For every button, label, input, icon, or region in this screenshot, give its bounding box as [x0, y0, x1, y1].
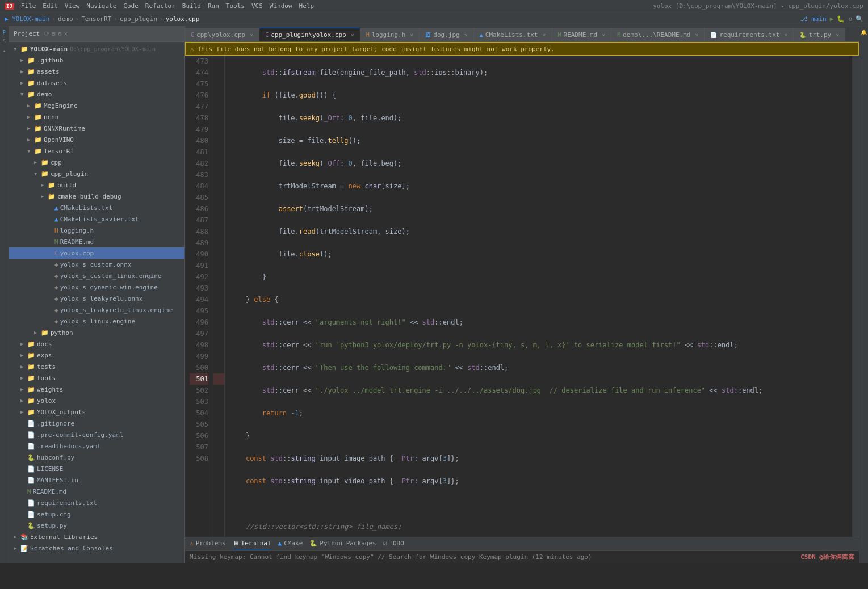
tree-datasets[interactable]: ▶ 📁 datasets [9, 77, 184, 89]
tab-logging[interactable]: H logging.h ✕ [360, 28, 420, 41]
tree-build[interactable]: ▶ 📁 build [9, 179, 184, 191]
menu-view[interactable]: View [65, 2, 80, 10]
tab-close-icon[interactable]: ✕ [784, 32, 787, 38]
tree-logging[interactable]: H logging.h [9, 225, 184, 236]
tree-megengine[interactable]: ▶ 📁 MegEngine [9, 100, 184, 111]
tree-yolox-outputs[interactable]: ▶ 📁 YOLOX_outputs [9, 406, 184, 418]
tab-cmake-bottom[interactable]: ▲ CMake [278, 537, 303, 551]
tree-gitignore[interactable]: 📄 .gitignore [9, 418, 184, 429]
run-button[interactable]: ▶ [830, 15, 834, 23]
tree-onnxruntime[interactable]: ▶ 📁 ONNXRuntime [9, 123, 184, 134]
tree-cpp[interactable]: ▶ 📁 cpp [9, 157, 184, 168]
tab-close-icon[interactable]: ✕ [464, 32, 468, 38]
tree-demo[interactable]: ▼ 📁 demo [9, 89, 184, 100]
code-editor[interactable]: std::ifstream file(engine_file_path, std… [225, 56, 852, 537]
tree-openvino[interactable]: ▶ 📁 OpenVINO [9, 134, 184, 145]
tab-terminal[interactable]: 🖥 Terminal [233, 537, 271, 551]
project-icon[interactable]: P [1, 28, 9, 36]
tree-onnx2[interactable]: ◆ yolox_s_leakyrelu.onnx [9, 293, 184, 304]
collapse-icon[interactable]: ⊟ [52, 30, 56, 37]
code-container[interactable]: 473 474 475 476 477 478 479 480 481 482 … [185, 56, 859, 537]
tab-close-icon[interactable]: ✕ [351, 32, 354, 38]
tree-tensorrt[interactable]: ▼ 📁 TensorRT [9, 145, 184, 157]
tab-cpp-plugin-yolox[interactable]: C cpp_plugin\yolox.cpp ✕ [259, 28, 360, 41]
tree-cmake-build-debug[interactable]: ▶ 📁 cmake-build-debug [9, 191, 184, 202]
tree-setup-cfg[interactable]: 📄 setup.cfg [9, 508, 184, 520]
tree-tests[interactable]: ▶ 📁 tests [9, 361, 184, 372]
menu-refactor[interactable]: Refactor [145, 2, 175, 10]
tab-cpp-yolox[interactable]: C cpp\yolox.cpp ✕ [185, 28, 259, 41]
tree-root[interactable]: ▼ 📁 YOLOX-main D:\cpp_program\YOLOX-main [9, 43, 184, 54]
tree-cmakelists-xavier[interactable]: ▲ CMakeLists_xavier.txt [9, 213, 184, 225]
tab-close-icon[interactable]: ✕ [410, 32, 413, 38]
menu-tools[interactable]: Tools [226, 2, 245, 10]
tab-readme[interactable]: M README.md ✕ [552, 28, 612, 41]
tree-yolox[interactable]: ▶ 📁 yolox [9, 395, 184, 406]
tree-github[interactable]: ▶ 📁 .github [9, 54, 184, 66]
menu-code[interactable]: Code [123, 2, 139, 10]
tree-onnx1[interactable]: ◆ yolox_s_custom.onnx [9, 259, 184, 270]
tree-cmakelists[interactable]: ▲ CMakeLists.txt [9, 202, 184, 213]
tab-requirements[interactable]: 📄 requirements.txt ✕ [705, 28, 794, 41]
tab-problems[interactable]: ⚠ Problems [190, 537, 226, 551]
debug-button[interactable]: 🐛 [837, 15, 845, 23]
breadcrumb-demo[interactable]: demo [58, 15, 73, 23]
tree-external-libs[interactable]: ▶ 📚 External Libraries [9, 531, 184, 542]
tree-weights[interactable]: ▶ 📁 weights [9, 384, 184, 395]
tab-close-icon[interactable]: ✕ [836, 32, 839, 38]
close-icon[interactable]: ✕ [64, 30, 68, 37]
run-config[interactable]: ▶ YOLOX-main [5, 15, 49, 23]
menu-navigate[interactable]: Navigate [86, 2, 116, 10]
menu-build[interactable]: Build [182, 2, 201, 10]
structure-icon[interactable]: S [1, 37, 9, 45]
tree-python[interactable]: ▶ 📁 python [9, 327, 184, 338]
menu-edit[interactable]: Edit [43, 2, 58, 10]
tab-close-icon[interactable]: ✕ [250, 32, 253, 38]
tree-engine2[interactable]: ◆ yolox_s_dynamic_win.engine [9, 281, 184, 293]
tree-assets[interactable]: ▶ 📁 assets [9, 66, 184, 77]
menu-file[interactable]: File [21, 2, 36, 10]
tree-ncnn[interactable]: ▶ 📁 ncnn [9, 111, 184, 123]
tree-root-readme[interactable]: M README.md [9, 486, 184, 497]
sync-icon[interactable]: ⟳ [44, 30, 49, 37]
tree-cpp-plugin[interactable]: ▼ 📁 cpp_plugin [9, 168, 184, 179]
tree-yolox-cpp[interactable]: C yolox.cpp [9, 247, 184, 259]
vcs-branch[interactable]: ⎇ main [800, 15, 827, 23]
tree-hubconf[interactable]: 🐍 hubconf.py [9, 452, 184, 463]
tab-demo-readme[interactable]: M demo\...\README.md ✕ [611, 28, 705, 41]
tree-engine1[interactable]: ◆ yolox_s_custom_linux.engine [9, 270, 184, 281]
breadcrumb-tensorrt[interactable]: TensorRT [81, 15, 111, 23]
menu-help[interactable]: Help [299, 2, 315, 10]
tree-requirements[interactable]: 📄 requirements.txt [9, 497, 184, 508]
menu-run[interactable]: Run [208, 2, 219, 10]
tree-readthedocs[interactable]: 📄 .readthedocs.yaml [9, 440, 184, 452]
tab-close-icon[interactable]: ✕ [602, 32, 605, 38]
tree-scratches[interactable]: ▶ 📝 Scratches and Consoles [9, 542, 184, 554]
settings-icon[interactable]: ⚙ [848, 15, 852, 23]
tab-dog[interactable]: 🖼 dog.jpg ✕ [420, 28, 473, 41]
search-icon[interactable]: 🔍 [856, 15, 863, 23]
tree-pre-commit[interactable]: 📄 .pre-commit-config.yaml [9, 429, 184, 440]
tree-readme[interactable]: M README.md [9, 236, 184, 247]
tab-todo[interactable]: ☑ TODO [383, 537, 404, 551]
breadcrumb-cpp_plugin[interactable]: cpp_plugin [120, 15, 157, 23]
menu-window[interactable]: Window [270, 2, 292, 10]
tree-license[interactable]: 📄 LICENSE [9, 463, 184, 474]
menu-vcs[interactable]: VCS [251, 2, 263, 10]
tab-cmake[interactable]: ▲ CMakeLists.txt ✕ [474, 28, 552, 41]
favorites-icon[interactable]: ★ [1, 47, 9, 54]
tree-engine3[interactable]: ◆ yolox_s_leakyrelu_linux.engine [9, 304, 184, 315]
notifications-icon[interactable]: 🔔 [860, 28, 868, 36]
tree-engine4[interactable]: ◆ yolox_s_linux.engine [9, 315, 184, 327]
tree-setup-py[interactable]: 🐍 setup.py [9, 520, 184, 531]
tab-python-packages[interactable]: 🐍 Python Packages [309, 537, 376, 551]
tree-tools[interactable]: ▶ 📁 tools [9, 372, 184, 384]
tab-trtpy[interactable]: 🐍 trt.py ✕ [794, 28, 845, 41]
tree-exps[interactable]: ▶ 📁 exps [9, 350, 184, 361]
tab-close-icon[interactable]: ✕ [542, 32, 546, 38]
settings-icon[interactable]: ⚙ [58, 30, 62, 37]
tab-close-icon[interactable]: ✕ [695, 32, 698, 38]
tree-docs[interactable]: ▶ 📁 docs [9, 338, 184, 350]
breadcrumb-file[interactable]: yolox.cpp [166, 15, 200, 23]
tree-manifest[interactable]: 📄 MANIFEST.in [9, 474, 184, 486]
